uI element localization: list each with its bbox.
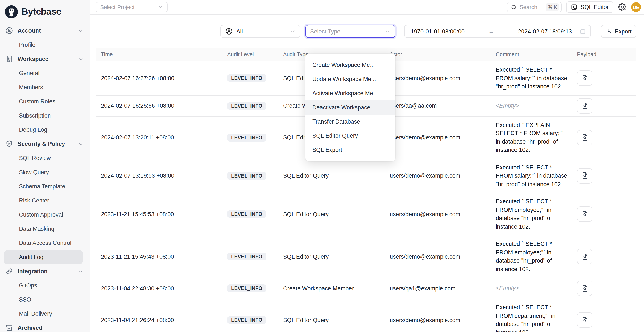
sidebar-item-debug-log[interactable]: Debug Log [0, 123, 90, 137]
cell-audit-level: LEVEL_INFO [222, 278, 278, 299]
file-search-icon [581, 210, 589, 218]
col-header-payload: Payload [572, 48, 636, 61]
col-header-audit-level: Audit Level [222, 48, 278, 61]
audit-level-badge: LEVEL_INFO [227, 74, 266, 82]
shield-check-icon [5, 140, 13, 148]
cell-actor: users/aa@aa.com [385, 95, 491, 116]
main-area: Select Project Search ⌘ K SQL Editor DE [90, 0, 644, 332]
sidebar-item-general[interactable]: General [0, 66, 90, 80]
content: All Select Type 1970-01-01 08:00:00 → 20… [90, 14, 644, 332]
sidebar-item-sso[interactable]: SSO [0, 293, 90, 307]
terminal-icon [571, 4, 578, 10]
sidebar-item-data-access-control[interactable]: Data Access Control [0, 236, 90, 250]
sidebar-group-archived[interactable]: Archived [0, 321, 90, 332]
col-header-comment: Comment [491, 48, 572, 61]
sidebar-group-label: Security & Policy [18, 141, 65, 147]
brand-name: Bytebase [22, 6, 61, 17]
cell-audit-level: LEVEL_INFO [222, 159, 278, 193]
project-select-placeholder: Select Project [100, 4, 134, 10]
cell-payload [572, 159, 636, 193]
menu-item-update-workspace-me[interactable]: Update Workspace Me... [306, 72, 395, 86]
file-search-icon [581, 133, 589, 142]
sidebar-item-sql-review[interactable]: SQL Review [0, 151, 90, 165]
sidebar-group-label: Workspace [18, 56, 48, 62]
sidebar-item-custom-approval[interactable]: Custom Approval [0, 208, 90, 222]
sidebar-group-security-policy[interactable]: Security & Policy [0, 137, 90, 151]
col-header-time: Time [96, 48, 222, 61]
actor-filter-select[interactable]: All [220, 25, 300, 38]
bytebase-app: Bytebase AccountProfileWorkspaceGeneralM… [0, 0, 644, 332]
cell-payload [572, 299, 636, 332]
sidebar-item-risk-center[interactable]: Risk Center [0, 193, 90, 208]
sidebar-group-workspace[interactable]: Workspace [0, 52, 90, 66]
sidebar-item-custom-roles[interactable]: Custom Roles [0, 94, 90, 109]
avatar[interactable]: DE [631, 2, 641, 12]
chevron-down-icon [78, 141, 84, 147]
cell-payload [572, 61, 636, 95]
sidebar-item-mail-delivery[interactable]: Mail Delivery [0, 307, 90, 321]
sidebar-nav: AccountProfileWorkspaceGeneralMembersCus… [0, 24, 90, 332]
payload-view-button[interactable] [577, 168, 592, 183]
sidebar-item-members[interactable]: Members [0, 80, 90, 94]
audit-level-badge: LEVEL_INFO [227, 172, 266, 180]
cell-audit-level: LEVEL_INFO [222, 61, 278, 95]
project-select[interactable]: Select Project [96, 2, 168, 12]
sql-editor-label: SQL Editor [581, 4, 609, 10]
table-row: 2024-02-07 13:19:53 +08:00LEVEL_INFOSQL … [96, 159, 636, 193]
cell-audit-type: SQL Editor Query [278, 235, 385, 278]
cell-actor: users/demo@example.com [385, 299, 491, 332]
cell-actor: users/demo@example.com [385, 159, 491, 193]
type-filter-select[interactable]: Select Type [306, 25, 395, 38]
sidebar: Bytebase AccountProfileWorkspaceGeneralM… [0, 0, 90, 332]
cell-audit-type: SQL Editor Query [278, 193, 385, 235]
cell-comment: <Empty> [491, 278, 572, 299]
cell-audit-level: LEVEL_INFO [222, 193, 278, 235]
payload-view-button[interactable] [577, 249, 592, 264]
calendar-icon [580, 28, 586, 34]
sidebar-item-subscription[interactable]: Subscription [0, 109, 90, 123]
sidebar-group-label: Integration [18, 268, 48, 275]
cell-audit-level: LEVEL_INFO [222, 95, 278, 116]
menu-item-deactivate-workspace[interactable]: Deactivate Workspace ... [306, 100, 395, 115]
user-circle-icon [5, 27, 13, 35]
gear-icon[interactable] [618, 3, 626, 11]
sidebar-group-label: Archived [18, 325, 42, 331]
menu-item-sql-editor-query[interactable]: SQL Editor Query [306, 129, 395, 143]
menu-item-sql-export[interactable]: SQL Export [306, 143, 395, 157]
cell-time: 2024-02-07 16:25:56 +08:00 [96, 95, 222, 116]
cell-comment: <Empty> [491, 95, 572, 116]
payload-view-button[interactable] [577, 206, 592, 222]
menu-item-transfer-database[interactable]: Transfer Database [306, 115, 395, 129]
sidebar-item-slow-query[interactable]: Slow Query [0, 165, 90, 179]
export-button[interactable]: Export [601, 25, 636, 38]
cell-time: 2024-02-07 13:19:53 +08:00 [96, 159, 222, 193]
sidebar-item-data-masking[interactable]: Data Masking [0, 222, 90, 236]
menu-item-create-workspace-me[interactable]: Create Workspace Me... [306, 58, 395, 72]
payload-view-button[interactable] [577, 312, 592, 328]
sidebar-item-audit-log[interactable]: Audit Log [4, 250, 83, 264]
sidebar-group-account[interactable]: Account [0, 24, 90, 38]
col-header-actor: Actor [385, 48, 491, 61]
sidebar-item-schema-template[interactable]: Schema Template [0, 179, 90, 193]
search-icon [511, 4, 517, 10]
payload-view-button[interactable] [577, 130, 592, 145]
sidebar-group-integration[interactable]: Integration [0, 264, 90, 278]
date-range-picker[interactable]: 1970-01-01 08:00:00 → 2024-02-07 18:09:1… [404, 25, 591, 38]
table-row: 2023-11-21 15:45:53 +08:00LEVEL_INFOSQL … [96, 193, 636, 235]
payload-view-button[interactable] [577, 281, 592, 296]
cell-audit-level: LEVEL_INFO [222, 299, 278, 332]
logo[interactable]: Bytebase [0, 0, 90, 20]
payload-view-button[interactable] [577, 71, 592, 86]
payload-view-button[interactable] [577, 98, 592, 114]
audit-level-badge: LEVEL_INFO [227, 316, 266, 324]
cell-actor: users/demo@example.com [385, 61, 491, 95]
cell-audit-type: Create Workspace Member [278, 278, 385, 299]
sidebar-item-gitops[interactable]: GitOps [0, 278, 90, 293]
topbar: Select Project Search ⌘ K SQL Editor DE [90, 0, 644, 14]
search-input[interactable]: Search ⌘ K [507, 2, 562, 12]
audit-level-badge: LEVEL_INFO [227, 102, 266, 110]
menu-item-activate-workspace-me[interactable]: Activate Workspace Me... [306, 86, 395, 100]
sidebar-item-profile[interactable]: Profile [0, 38, 90, 52]
sql-editor-button[interactable]: SQL Editor [566, 1, 614, 13]
audit-level-badge: LEVEL_INFO [227, 210, 266, 218]
